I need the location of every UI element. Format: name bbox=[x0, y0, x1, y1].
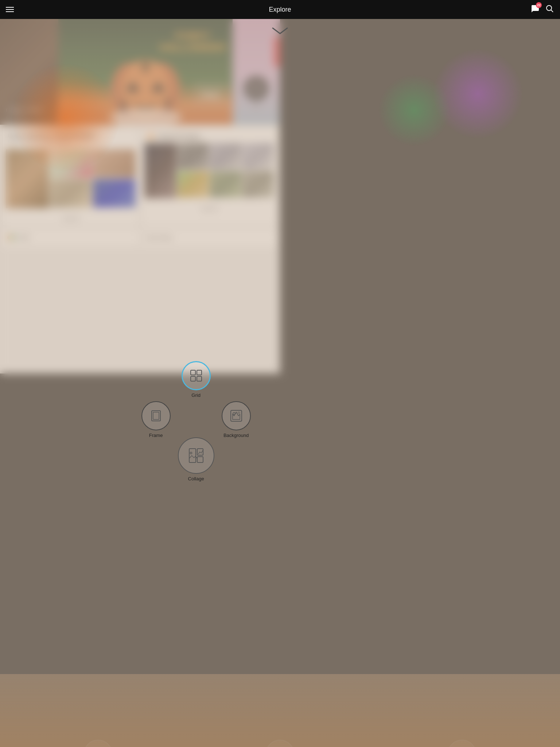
svg-point-29 bbox=[268, 88, 270, 89]
featured-images-grid bbox=[141, 143, 277, 201]
svg-point-10 bbox=[121, 101, 126, 105]
daily-images-grid bbox=[3, 146, 139, 211]
svg-point-31 bbox=[265, 97, 266, 98]
page-title: Explore bbox=[269, 6, 280, 13]
dandelion-illustration bbox=[242, 74, 271, 110]
featured-image-moto bbox=[177, 143, 209, 170]
featured-image-blonde bbox=[177, 171, 209, 198]
fire-icon: 🔥 bbox=[147, 132, 155, 140]
pumpkin-illustration bbox=[94, 44, 197, 125]
hamburger-line-1 bbox=[6, 7, 14, 8]
featured-image-house bbox=[210, 143, 242, 170]
svg-rect-11 bbox=[122, 105, 125, 112]
featured-see-all[interactable]: See All bbox=[141, 201, 277, 216]
daily-image-bear bbox=[49, 179, 92, 208]
hamburger-line-2 bbox=[6, 9, 14, 10]
featured-image-extra1 bbox=[242, 143, 275, 170]
grid-circle bbox=[182, 361, 211, 374]
svg-point-14 bbox=[165, 99, 170, 103]
teaser-text-2: Recent Blog bbox=[146, 235, 172, 240]
svg-point-27 bbox=[265, 78, 266, 80]
daily-subtitle: Create your own custom clipart! bbox=[8, 139, 133, 144]
scroll-spacer bbox=[0, 247, 280, 374]
header: Explore 22 bbox=[0, 0, 280, 19]
featured-title: Featured Images bbox=[158, 133, 201, 139]
svg-rect-6 bbox=[142, 61, 149, 72]
daily-image-tulip bbox=[49, 149, 92, 178]
card-header: Daily Inspiration: #CustomClipart Create… bbox=[3, 128, 139, 146]
svg-point-25 bbox=[256, 75, 257, 76]
daily-image-portrait bbox=[93, 149, 136, 178]
daily-see-all-text: See All bbox=[63, 216, 79, 221]
content-grid: Daily Inspiration: #CustomClipart Create… bbox=[0, 125, 280, 228]
teaser-row: 5000 Recent Blog bbox=[0, 228, 280, 247]
svg-rect-33 bbox=[256, 101, 257, 110]
hero-artist: r Felipe, bbox=[6, 107, 24, 113]
now-free-box: NOW FOR FREE bbox=[196, 84, 225, 103]
teaser-dot-1 bbox=[7, 236, 16, 239]
featured-see-all-text: See All bbox=[201, 206, 217, 212]
main-scroll[interactable]: r Felipe, Origami @pollolavin bbox=[0, 19, 280, 374]
arrow-indicator[interactable] bbox=[271, 26, 280, 37]
svg-point-30 bbox=[246, 97, 248, 98]
teaser-text-1: 5000 bbox=[19, 235, 30, 240]
daily-see-all[interactable]: See All bbox=[3, 211, 139, 225]
arrow-down-icon bbox=[271, 26, 280, 35]
free-text: FREE bbox=[201, 92, 220, 100]
hero-center-panel: FUNKY HALLOWEEN NOW FOR FREE bbox=[58, 19, 233, 125]
teaser-card-1[interactable]: 5000 bbox=[3, 228, 139, 247]
halloween-text-el: HALLOWEEN bbox=[160, 42, 225, 53]
hamburger-button[interactable] bbox=[6, 7, 14, 12]
featured-header: 🔥 Featured Images bbox=[141, 128, 277, 143]
grid-icon bbox=[189, 369, 203, 374]
featured-image-field bbox=[210, 171, 242, 198]
daily-title: Daily Inspiration: #CustomClipart bbox=[8, 132, 133, 138]
featured-image-extra2 bbox=[242, 171, 275, 198]
daily-image-stone bbox=[6, 149, 48, 208]
teaser-card-2[interactable]: Recent Blog bbox=[141, 228, 277, 247]
svg-rect-15 bbox=[166, 103, 168, 111]
hero-left-text: r Felipe, Origami bbox=[6, 107, 52, 113]
hero-subtitle: Origami bbox=[26, 107, 43, 113]
halloween-title: FUNKY HALLOWEEN bbox=[160, 30, 225, 53]
daily-inspiration-card: Daily Inspiration: #CustomClipart Create… bbox=[3, 128, 139, 225]
featured-image-woman bbox=[144, 143, 176, 198]
featured-images-card: 🔥 Featured Images bbox=[141, 128, 277, 225]
svg-rect-35 bbox=[197, 370, 202, 374]
svg-point-28 bbox=[243, 88, 244, 89]
menu-item-grid[interactable]: Grid bbox=[182, 361, 211, 374]
now-for-text: NOW FOR bbox=[201, 87, 220, 92]
svg-rect-34 bbox=[191, 370, 195, 374]
hamburger-line-3 bbox=[6, 11, 14, 12]
funky-text: FUNKY bbox=[160, 30, 225, 42]
hero-handle: @pollolavin bbox=[6, 115, 52, 119]
svg-point-26 bbox=[246, 78, 248, 80]
hero-left-panel: r Felipe, Origami @pollolavin bbox=[0, 19, 58, 125]
hero-banner: r Felipe, Origami @pollolavin bbox=[0, 19, 280, 125]
radial-menu: Grid Frame Back bbox=[134, 357, 258, 374]
daily-image-birds bbox=[93, 179, 136, 208]
